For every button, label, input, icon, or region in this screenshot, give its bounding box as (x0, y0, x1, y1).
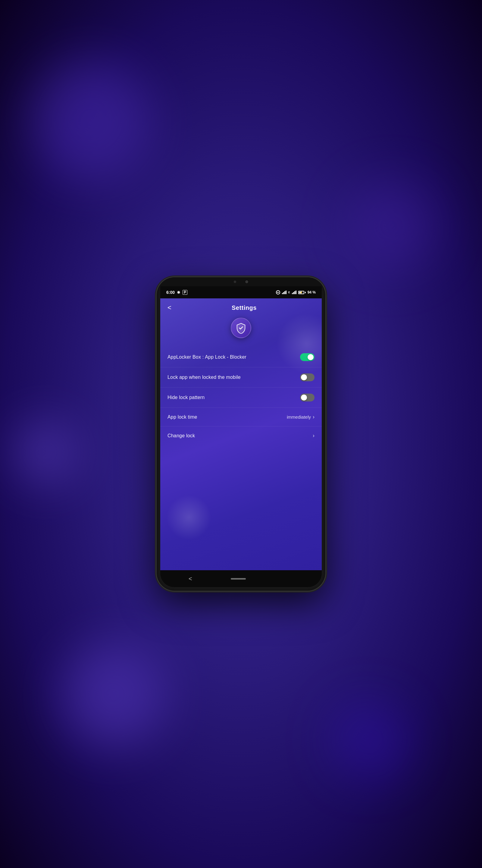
toggle-hideLockPattern[interactable] (300, 394, 315, 401)
toggle-appLocker[interactable] (300, 353, 315, 361)
chevron-right-icon-2: › (313, 433, 315, 439)
setting-label-hideLockPattern: Hide lock pattern (167, 395, 204, 400)
back-button[interactable]: < (166, 303, 172, 312)
dnd-icon (276, 290, 280, 294)
setting-label-appLockTime: App lock time (167, 414, 197, 420)
camera-dot (245, 280, 248, 283)
setting-label-appLocker: AppLocker Box : App Lock - Blocker (167, 354, 247, 360)
wifi-icon (282, 290, 287, 294)
app-lock-time-value: immediately › (287, 414, 315, 420)
page-title: Settings (172, 304, 316, 311)
shield-icon (235, 322, 247, 334)
app-logo (231, 318, 251, 338)
toggle-thumb-hideLockPattern (301, 395, 307, 401)
nav-home-indicator[interactable] (231, 578, 246, 580)
logo-container (160, 315, 322, 344)
status-bar: 6:00 P E (160, 286, 322, 299)
setting-label-changeLock: Change lock (167, 433, 195, 438)
screen-wrapper: 6:00 P E (160, 286, 322, 587)
status-dot-icon (177, 291, 180, 294)
settings-item-changeLock[interactable]: Change lock › (160, 427, 322, 445)
app-header: < Settings (160, 299, 322, 315)
settings-item-lockOnMobile[interactable]: Lock app when locked the mobile (160, 367, 322, 388)
nav-bar: < (160, 570, 322, 587)
status-right: E ⚡ 94 % (276, 290, 316, 294)
setting-label-lockOnMobile: Lock app when locked the mobile (167, 375, 241, 380)
settings-item-appLocker[interactable]: AppLocker Box : App Lock - Blocker (160, 347, 322, 367)
phone-frame: 6:00 P E (157, 277, 325, 591)
battery-percent: 94 % (308, 290, 316, 294)
settings-item-appLockTime[interactable]: App lock time immediately › (160, 408, 322, 427)
app-content: < Settings AppLocker Box : App Lock - Bl… (160, 299, 322, 570)
chevron-right-icon: › (313, 414, 315, 420)
toggle-thumb-lockOnMobile (301, 374, 307, 380)
status-p-icon: P (183, 290, 187, 295)
front-camera (234, 281, 236, 283)
signal-e-label: E (288, 291, 290, 294)
status-left: 6:00 P (166, 290, 187, 295)
battery-icon: ⚡ (298, 291, 306, 294)
settings-list: AppLocker Box : App Lock - Blocker Lock … (160, 344, 322, 570)
time-display: 6:00 (166, 290, 175, 295)
settings-item-hideLockPattern[interactable]: Hide lock pattern (160, 388, 322, 408)
signal-icon (292, 290, 296, 294)
nav-back-button[interactable]: < (189, 575, 192, 582)
phone-top-bar (160, 277, 322, 286)
toggle-lockOnMobile[interactable] (300, 373, 315, 381)
app-lock-time-text: immediately (287, 414, 311, 420)
toggle-thumb-appLocker (308, 354, 314, 360)
